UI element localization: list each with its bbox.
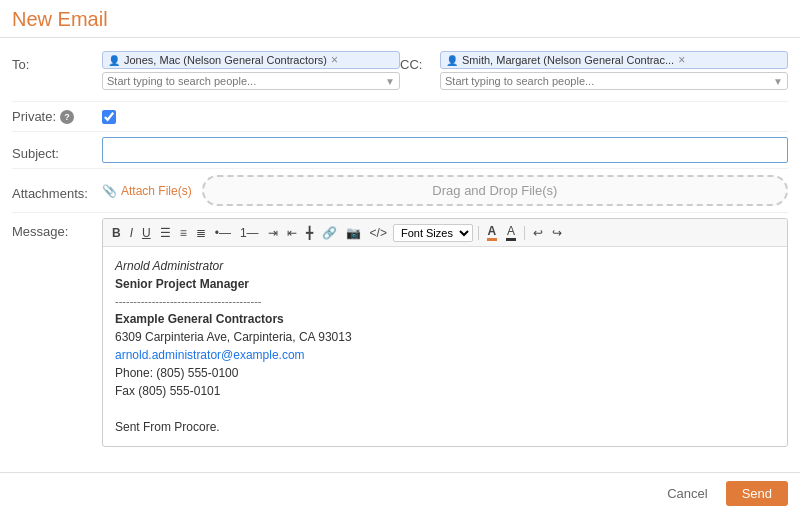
to-section: To: 👤 Jones, Mac (Nelson General Contrac… — [12, 51, 400, 90]
cc-recipient-group: 👤 Smith, Margaret (Nelson General Contra… — [440, 51, 788, 90]
undo-button[interactable]: ↩ — [530, 225, 546, 241]
signature-divider: ---------------------------------------- — [115, 293, 775, 310]
to-recipient-name: Jones, Mac (Nelson General Contractors) — [124, 54, 327, 66]
send-button[interactable]: Send — [726, 481, 788, 506]
sender-fax: Fax (805) 555-0101 — [115, 382, 775, 400]
help-icon[interactable]: ? — [60, 110, 74, 124]
source-button[interactable]: </> — [367, 225, 390, 241]
underline-button[interactable]: U — [139, 225, 154, 241]
bold-button[interactable]: B — [109, 225, 124, 241]
italic-button[interactable]: I — [127, 225, 136, 241]
message-row: Message: B I U ☰ ≡ ≣ •— 1— ⇥ ⇤ ╋ 🔗 📷 </>… — [12, 213, 788, 452]
to-label: To: — [12, 51, 102, 72]
message-editor: B I U ☰ ≡ ≣ •— 1— ⇥ ⇤ ╋ 🔗 📷 </> Font Siz… — [102, 218, 788, 447]
company-name: Example General Contractors — [115, 310, 775, 328]
font-sizes-select[interactable]: Font Sizes — [393, 224, 473, 242]
message-label: Message: — [12, 218, 102, 239]
cc-search-input[interactable] — [445, 75, 773, 87]
cc-recipient-name: Smith, Margaret (Nelson General Contrac.… — [462, 54, 674, 66]
private-row: Private: ? — [12, 102, 788, 132]
cc-label: CC: — [400, 51, 440, 72]
to-cc-row: To: 👤 Jones, Mac (Nelson General Contrac… — [12, 46, 788, 102]
editor-toolbar: B I U ☰ ≡ ≣ •— 1— ⇥ ⇤ ╋ 🔗 📷 </> Font Siz… — [103, 219, 787, 247]
attachments-row: Attachments: 📎 Attach File(s) Drag and D… — [12, 169, 788, 213]
toolbar-divider — [478, 226, 479, 240]
editor-content[interactable]: Arnold Administrator Senior Project Mana… — [103, 247, 787, 446]
sent-from: Sent From Procore. — [115, 418, 775, 436]
person-icon-cc: 👤 — [446, 55, 458, 66]
redo-button[interactable]: ↪ — [549, 225, 565, 241]
align-left-button[interactable]: ☰ — [157, 225, 174, 241]
sender-name: Arnold Administrator — [115, 257, 775, 275]
align-right-button[interactable]: ≣ — [193, 225, 209, 241]
font-color-indicator — [487, 238, 497, 241]
sender-phone: Phone: (805) 555-0100 — [115, 364, 775, 382]
person-icon: 👤 — [108, 55, 120, 66]
subject-input[interactable] — [102, 137, 788, 163]
toolbar-divider-2 — [524, 226, 525, 240]
page-header: New Email — [0, 0, 800, 38]
cc-dropdown-arrow[interactable]: ▼ — [773, 76, 783, 87]
cc-section: CC: 👤 Smith, Margaret (Nelson General Co… — [400, 51, 788, 90]
sender-title: Senior Project Manager — [115, 275, 775, 293]
to-recipient-group: 👤 Jones, Mac (Nelson General Contractors… — [102, 51, 400, 90]
indent-button[interactable]: ⇥ — [265, 225, 281, 241]
sender-email[interactable]: arnold.administrator@example.com — [115, 348, 305, 362]
to-recipient-close[interactable]: × — [331, 54, 338, 66]
cc-recipient-close[interactable]: × — [678, 54, 685, 66]
paperclip-icon: 📎 — [102, 184, 117, 198]
private-checkbox[interactable] — [102, 110, 116, 124]
highlight-button[interactable]: A — [503, 223, 519, 242]
ordered-list-button[interactable]: 1— — [237, 225, 262, 241]
private-label: Private: ? — [12, 109, 102, 124]
unordered-list-button[interactable]: •— — [212, 225, 234, 241]
subject-label: Subject: — [12, 140, 102, 161]
subject-row: Subject: — [12, 132, 788, 169]
form-area: To: 👤 Jones, Mac (Nelson General Contrac… — [0, 38, 800, 460]
highlight-a: A — [507, 224, 515, 238]
to-search-wrapper: ▼ — [102, 72, 400, 90]
highlight-indicator — [506, 238, 516, 241]
company-address: 6309 Carpinteria Ave, Carpinteria, CA 93… — [115, 328, 775, 346]
drop-zone[interactable]: Drag and Drop File(s) — [202, 175, 788, 206]
font-color-a: A — [488, 224, 497, 238]
footer: Cancel Send — [0, 472, 800, 514]
attach-files-link[interactable]: 📎 Attach File(s) — [102, 184, 192, 198]
link-button[interactable]: 🔗 — [319, 225, 340, 241]
align-center-button[interactable]: ≡ — [177, 225, 190, 241]
image-button[interactable]: 📷 — [343, 225, 364, 241]
outdent-button[interactable]: ⇤ — [284, 225, 300, 241]
cc-recipient-tag[interactable]: 👤 Smith, Margaret (Nelson General Contra… — [440, 51, 788, 69]
cancel-button[interactable]: Cancel — [657, 481, 717, 506]
to-dropdown-arrow[interactable]: ▼ — [385, 76, 395, 87]
font-color-button[interactable]: A — [484, 223, 500, 242]
table-button[interactable]: ╋ — [303, 225, 316, 241]
to-search-input[interactable] — [107, 75, 385, 87]
attachments-label: Attachments: — [12, 180, 102, 201]
page-title: New Email — [12, 8, 788, 31]
to-recipient-tag[interactable]: 👤 Jones, Mac (Nelson General Contractors… — [102, 51, 400, 69]
cc-search-wrapper: ▼ — [440, 72, 788, 90]
